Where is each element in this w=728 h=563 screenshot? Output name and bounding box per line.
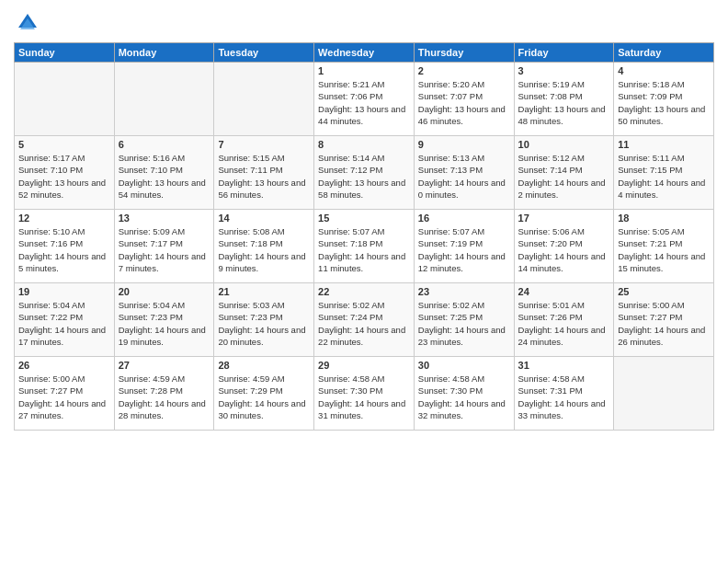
calendar-cell: 8Sunrise: 5:14 AMSunset: 7:12 PMDaylight… [314,136,415,210]
day-detail: Sunrise: 5:21 AMSunset: 7:06 PMDaylight:… [318,78,410,127]
day-detail: Sunrise: 5:17 AMSunset: 7:10 PMDaylight:… [18,152,110,201]
day-number: 16 [418,213,510,224]
calendar-cell: 4Sunrise: 5:18 AMSunset: 7:09 PMDaylight… [614,63,714,136]
calendar-cell: 28Sunrise: 4:59 AMSunset: 7:29 PMDayligh… [214,357,314,431]
day-detail: Sunrise: 5:09 AMSunset: 7:17 PMDaylight:… [119,225,210,274]
calendar-cell: 14Sunrise: 5:08 AMSunset: 7:18 PMDayligh… [214,210,314,283]
day-detail: Sunrise: 5:05 AMSunset: 7:21 PMDaylight:… [618,225,710,274]
calendar-cell: 25Sunrise: 5:00 AMSunset: 7:27 PMDayligh… [614,283,714,357]
day-detail: Sunrise: 5:12 AMSunset: 7:14 PMDaylight:… [518,152,610,201]
day-number: 14 [218,213,310,224]
column-header-wednesday: Wednesday [314,43,415,63]
day-detail: Sunrise: 5:04 AMSunset: 7:23 PMDaylight:… [119,299,210,348]
logo [14,9,45,37]
day-number: 28 [218,360,310,371]
day-detail: Sunrise: 5:10 AMSunset: 7:16 PMDaylight:… [18,225,110,274]
column-header-thursday: Thursday [414,43,514,63]
calendar-cell: 6Sunrise: 5:16 AMSunset: 7:10 PMDaylight… [114,136,214,210]
day-detail: Sunrise: 5:04 AMSunset: 7:22 PMDaylight:… [18,299,110,348]
day-detail: Sunrise: 4:58 AMSunset: 7:30 PMDaylight:… [318,373,410,421]
calendar-cell: 2Sunrise: 5:20 AMSunset: 7:07 PMDaylight… [414,63,514,136]
day-detail: Sunrise: 5:03 AMSunset: 7:23 PMDaylight:… [218,299,310,348]
calendar-cell: 5Sunrise: 5:17 AMSunset: 7:10 PMDaylight… [15,136,115,210]
calendar-cell: 7Sunrise: 5:15 AMSunset: 7:11 PMDaylight… [214,136,314,210]
calendar-cell: 22Sunrise: 5:02 AMSunset: 7:24 PMDayligh… [314,283,415,357]
day-number: 8 [318,139,410,150]
calendar-cell: 13Sunrise: 5:09 AMSunset: 7:17 PMDayligh… [114,210,214,283]
day-number: 10 [518,139,610,150]
day-number: 27 [119,360,210,371]
day-detail: Sunrise: 4:58 AMSunset: 7:31 PMDaylight:… [518,373,610,421]
day-number: 1 [318,65,410,76]
day-detail: Sunrise: 5:14 AMSunset: 7:12 PMDaylight:… [318,152,410,201]
day-number: 26 [18,360,110,371]
calendar-cell: 3Sunrise: 5:19 AMSunset: 7:08 PMDaylight… [514,63,614,136]
calendar-cell: 9Sunrise: 5:13 AMSunset: 7:13 PMDaylight… [414,136,514,210]
calendar-cell: 21Sunrise: 5:03 AMSunset: 7:23 PMDayligh… [214,283,314,357]
calendar-cell: 29Sunrise: 4:58 AMSunset: 7:30 PMDayligh… [314,357,415,431]
day-number: 29 [318,360,410,371]
calendar-cell: 20Sunrise: 5:04 AMSunset: 7:23 PMDayligh… [114,283,214,357]
day-detail: Sunrise: 5:13 AMSunset: 7:13 PMDaylight:… [418,152,510,201]
calendar-week-2: 5Sunrise: 5:17 AMSunset: 7:10 PMDaylight… [15,136,714,210]
calendar-week-4: 19Sunrise: 5:04 AMSunset: 7:22 PMDayligh… [15,283,714,357]
calendar-cell: 19Sunrise: 5:04 AMSunset: 7:22 PMDayligh… [15,283,115,357]
calendar-cell [214,63,314,136]
day-number: 4 [618,65,710,76]
day-detail: Sunrise: 5:00 AMSunset: 7:27 PMDaylight:… [18,373,110,421]
calendar-cell: 18Sunrise: 5:05 AMSunset: 7:21 PMDayligh… [614,210,714,283]
day-number: 12 [18,213,110,224]
day-detail: Sunrise: 5:11 AMSunset: 7:15 PMDaylight:… [618,152,710,201]
calendar-cell [614,357,714,431]
calendar-cell: 17Sunrise: 5:06 AMSunset: 7:20 PMDayligh… [514,210,614,283]
calendar-cell: 15Sunrise: 5:07 AMSunset: 7:18 PMDayligh… [314,210,415,283]
column-header-tuesday: Tuesday [214,43,314,63]
day-number: 31 [518,360,610,371]
day-number: 19 [18,286,110,297]
day-detail: Sunrise: 5:02 AMSunset: 7:24 PMDaylight:… [318,299,410,348]
calendar-cell: 31Sunrise: 4:58 AMSunset: 7:31 PMDayligh… [514,357,614,431]
day-detail: Sunrise: 5:02 AMSunset: 7:25 PMDaylight:… [418,299,510,348]
day-detail: Sunrise: 5:07 AMSunset: 7:18 PMDaylight:… [318,225,410,274]
calendar-week-3: 12Sunrise: 5:10 AMSunset: 7:16 PMDayligh… [15,210,714,283]
day-detail: Sunrise: 5:06 AMSunset: 7:20 PMDaylight:… [518,225,610,274]
day-detail: Sunrise: 5:01 AMSunset: 7:26 PMDaylight:… [518,299,610,348]
calendar-week-1: 1Sunrise: 5:21 AMSunset: 7:06 PMDaylight… [15,63,714,136]
day-number: 25 [618,286,710,297]
day-detail: Sunrise: 5:18 AMSunset: 7:09 PMDaylight:… [618,78,710,127]
calendar-cell: 10Sunrise: 5:12 AMSunset: 7:14 PMDayligh… [514,136,614,210]
day-detail: Sunrise: 5:00 AMSunset: 7:27 PMDaylight:… [618,299,710,348]
day-number: 13 [119,213,210,224]
calendar-cell: 27Sunrise: 4:59 AMSunset: 7:28 PMDayligh… [114,357,214,431]
calendar-cell [114,63,214,136]
calendar-cell: 16Sunrise: 5:07 AMSunset: 7:19 PMDayligh… [414,210,514,283]
calendar-table: SundayMondayTuesdayWednesdayThursdayFrid… [14,42,714,431]
logo-icon [14,9,41,37]
day-detail: Sunrise: 4:59 AMSunset: 7:29 PMDaylight:… [218,373,310,421]
calendar-cell: 24Sunrise: 5:01 AMSunset: 7:26 PMDayligh… [514,283,614,357]
day-number: 3 [518,65,610,76]
day-detail: Sunrise: 4:59 AMSunset: 7:28 PMDaylight:… [119,373,210,421]
calendar-cell: 26Sunrise: 5:00 AMSunset: 7:27 PMDayligh… [15,357,115,431]
day-detail: Sunrise: 5:08 AMSunset: 7:18 PMDaylight:… [218,225,310,274]
day-number: 5 [18,139,110,150]
column-header-saturday: Saturday [614,43,714,63]
day-number: 17 [518,213,610,224]
calendar-cell: 11Sunrise: 5:11 AMSunset: 7:15 PMDayligh… [614,136,714,210]
calendar-week-5: 26Sunrise: 5:00 AMSunset: 7:27 PMDayligh… [15,357,714,431]
day-number: 24 [518,286,610,297]
day-number: 2 [418,65,510,76]
calendar-cell: 30Sunrise: 4:58 AMSunset: 7:30 PMDayligh… [414,357,514,431]
calendar-header-row: SundayMondayTuesdayWednesdayThursdayFrid… [15,43,714,63]
day-detail: Sunrise: 5:07 AMSunset: 7:19 PMDaylight:… [418,225,510,274]
day-number: 9 [418,139,510,150]
day-number: 30 [418,360,510,371]
day-detail: Sunrise: 5:20 AMSunset: 7:07 PMDaylight:… [418,78,510,127]
day-number: 6 [119,139,210,150]
day-detail: Sunrise: 5:19 AMSunset: 7:08 PMDaylight:… [518,78,610,127]
day-number: 15 [318,213,410,224]
day-detail: Sunrise: 4:58 AMSunset: 7:30 PMDaylight:… [418,373,510,421]
page-header [14,9,714,37]
day-number: 21 [218,286,310,297]
day-number: 22 [318,286,410,297]
